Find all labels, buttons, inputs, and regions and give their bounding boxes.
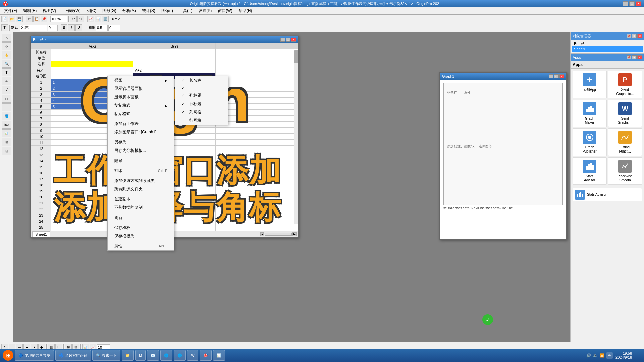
menu-worksheet[interactable]: 工作表(W)	[59, 7, 83, 14]
taskbar-mi[interactable]: M	[135, 350, 146, 361]
book6-max[interactable]: □	[286, 38, 290, 42]
ctx-create-copy[interactable]: 创建副本	[108, 195, 174, 203]
book6-min[interactable]: —	[280, 38, 285, 42]
app-send-word[interactable]: W SendGraphs ...	[608, 100, 642, 127]
scroll-left[interactable]: ◀	[260, 232, 264, 236]
taskbar-edge[interactable]: 🌐	[174, 350, 186, 361]
zoom-tool[interactable]: 🔍	[2, 60, 11, 68]
ctx-add-fav[interactable]: 添加快速方式到收藏夹	[108, 177, 174, 185]
menu-file[interactable]: 文件(F)	[1, 7, 20, 14]
start-button[interactable]: ⊞	[3, 350, 13, 361]
stroke-input[interactable]	[96, 25, 108, 31]
v-scrollbar[interactable]	[294, 50, 298, 224]
menu-image[interactable]: 图像(I)	[159, 7, 176, 14]
taskbar-search[interactable]: 🔍 搜索一下	[92, 350, 120, 361]
sub-long-name[interactable]: ✓ 长名称	[175, 76, 228, 85]
book6-close[interactable]: ✕	[291, 38, 296, 42]
menu-window[interactable]: 窗口(W)	[215, 7, 235, 14]
menu-tools[interactable]: 工具(T)	[176, 7, 195, 14]
app-stats[interactable]: StatsAdvisor	[573, 157, 607, 185]
obj-sheet1[interactable]: Sheet1	[572, 46, 643, 52]
scroll-right[interactable]: ▶	[292, 232, 297, 236]
show-desktop-btn[interactable]	[635, 350, 641, 360]
menu-help[interactable]: 帮助(H)	[236, 7, 255, 14]
ctx-save-template[interactable]: 保存模板	[108, 224, 174, 232]
formula-tool[interactable]: f(x)	[2, 121, 11, 129]
sub-row-header[interactable]: ✓ 行标题	[175, 100, 228, 108]
obj-book6[interactable]: Book6	[572, 41, 643, 46]
minimize-btn[interactable]: —	[623, 1, 628, 6]
menu-view[interactable]: 视图(V)	[40, 7, 59, 14]
col-b-header[interactable]: B(Y)	[133, 43, 216, 49]
sub-row-grid[interactable]: 行网格	[175, 116, 228, 125]
graph-max[interactable]: □	[554, 74, 559, 78]
text-btn[interactable]: T	[1, 24, 8, 31]
sheet1-tab[interactable]: Sheet1	[32, 231, 50, 237]
ctx-print[interactable]: 打印... Ctrl+P	[108, 167, 174, 175]
sub-empty[interactable]: ✓	[175, 85, 228, 91]
obj-close-btn[interactable]: ✕	[637, 34, 642, 38]
select-tool[interactable]: ⊹	[2, 42, 11, 50]
app-fitting[interactable]: FittingFuncti...	[608, 128, 642, 156]
font-name-input[interactable]	[20, 25, 47, 31]
paste-btn[interactable]: 📌	[41, 16, 47, 22]
apps-close-btn[interactable]: ✕	[637, 55, 642, 59]
apps-pin-btn[interactable]: 📌	[627, 55, 631, 59]
menu-analysis[interactable]: 分析(A)	[120, 7, 139, 14]
ctx-script[interactable]: 显示脚本面板	[108, 93, 174, 101]
redo-btn[interactable]: ↪	[77, 16, 84, 22]
menu-graph[interactable]: 图形(G)	[100, 7, 119, 14]
menu-stats[interactable]: 统计(S)	[139, 7, 158, 14]
data-tool[interactable]: 📊	[2, 129, 11, 137]
v-scroll-thumb[interactable]	[294, 50, 298, 63]
taskbar-origin[interactable]: 📊	[213, 350, 225, 361]
ctx-view[interactable]: 视图	[108, 76, 174, 84]
taskbar-browser[interactable]: 🔵 显现的共享共享	[15, 350, 54, 361]
ctx-add-sheet[interactable]: 添加新工作表	[108, 120, 174, 128]
ctx-save-template-as[interactable]: 保存模板为...	[108, 232, 174, 240]
save-btn[interactable]: 💾	[16, 16, 23, 22]
taskbar-weather[interactable]: 🌀 台风实时路径	[55, 350, 91, 361]
rect-tool[interactable]: □	[2, 95, 11, 103]
copy-btn[interactable]: 📋	[33, 16, 40, 22]
value-input[interactable]	[108, 25, 120, 31]
app-extra1[interactable]: Stats Advisor	[573, 188, 642, 201]
open-btn[interactable]: 📂	[9, 16, 15, 22]
taskbar-ie[interactable]: 🌐	[160, 350, 172, 361]
graph1-btn[interactable]: 📈	[87, 16, 94, 22]
ctx-refresh[interactable]: 刷新	[108, 214, 174, 222]
text-tool[interactable]: T	[2, 68, 11, 76]
col-a-header[interactable]: A(X)	[51, 43, 133, 49]
draw-tool[interactable]: ✏	[2, 77, 11, 85]
app-add[interactable]: + 添加App	[573, 71, 607, 98]
ctx-manager[interactable]: 显示管理器面板	[108, 84, 174, 93]
tray-lang[interactable]: 英	[606, 352, 613, 359]
close-btn[interactable]: ✕	[636, 1, 641, 6]
ctx-paste-fmt[interactable]: 粘贴格式	[108, 110, 174, 118]
col-c-header[interactable]	[216, 43, 298, 49]
cut-btn[interactable]: ✂	[26, 16, 33, 22]
notification-circle[interactable]: ✓	[482, 314, 493, 325]
sub-col-header[interactable]: ✓ 列标题	[175, 91, 228, 100]
italic-btn[interactable]: I	[68, 24, 75, 31]
app-send-ppt[interactable]: P SendGraphs to...	[608, 71, 642, 98]
app-graph-publisher[interactable]: GraphPublisher	[573, 128, 607, 156]
apps-float-btn[interactable]: ⊞	[632, 55, 637, 59]
ctx-saveas[interactable]: 另存为...	[108, 138, 174, 146]
obj-pin-btn[interactable]: 📌	[627, 34, 631, 38]
fill-tool[interactable]: 🪣	[2, 112, 11, 120]
ctx-copy-nodata[interactable]: 不带数据的复制	[108, 203, 174, 212]
graph3-btn[interactable]: 🔢	[102, 16, 109, 22]
graph-min[interactable]: —	[549, 74, 553, 78]
zoom-input[interactable]	[50, 16, 67, 22]
roi-tool[interactable]: ⊞	[2, 138, 11, 146]
undo-btn[interactable]: ↩	[70, 16, 77, 22]
h-scroll-track[interactable]	[265, 233, 292, 236]
ctx-copy-fmt[interactable]: 复制格式	[108, 101, 174, 110]
taskbar-mail[interactable]: 📧	[147, 350, 159, 361]
ctx-properties[interactable]: 属性... Alt+...	[108, 242, 174, 250]
taskbar-game[interactable]: 🎯	[200, 350, 212, 361]
ctx-add-graph[interactable]: 添加图形窗口: [Graph1]	[108, 128, 174, 136]
maximize-btn[interactable]: □	[629, 1, 635, 6]
arrow-tool[interactable]: ↖	[2, 34, 11, 42]
